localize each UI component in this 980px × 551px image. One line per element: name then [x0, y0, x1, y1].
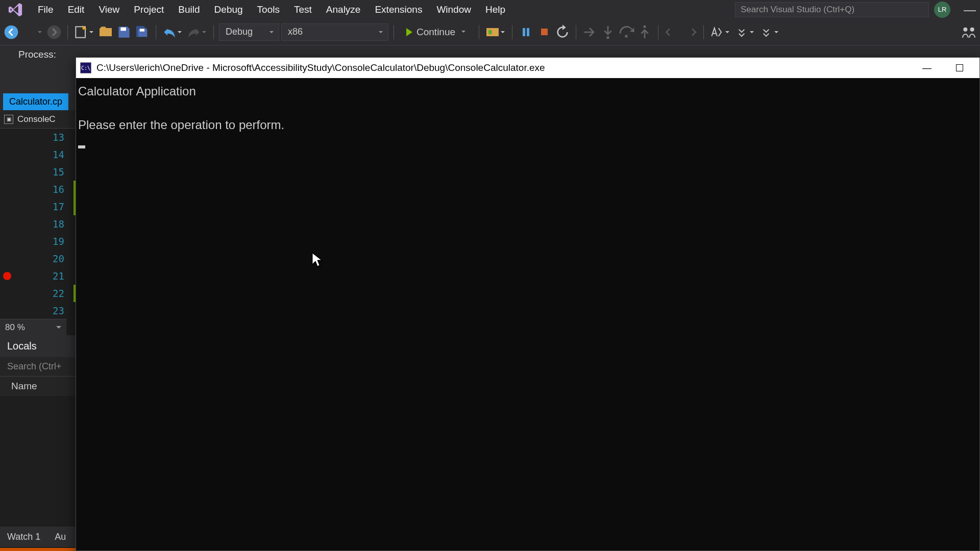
main-toolbar: Debug x86 Continue — [0, 19, 980, 45]
undo-button[interactable] — [161, 24, 178, 40]
menu-analyze[interactable]: Analyze — [319, 1, 368, 18]
context-project-name: ConsoleC — [17, 114, 56, 124]
toolbar-separator — [658, 25, 658, 39]
locals-title[interactable]: Locals — [0, 335, 77, 357]
console-line: Please enter the operation to perform. — [78, 118, 284, 132]
toolbar-separator — [156, 25, 156, 39]
stop-icon — [541, 29, 548, 35]
new-item-button[interactable] — [73, 24, 89, 40]
main-menu: File Edit View Project Build Debug Tools… — [31, 1, 512, 18]
live-share-button[interactable] — [961, 24, 977, 40]
step-out-button[interactable] — [636, 24, 653, 40]
menu-file[interactable]: File — [31, 1, 61, 18]
menu-build[interactable]: Build — [171, 1, 207, 18]
title-bar: File Edit View Project Build Debug Tools… — [0, 0, 980, 19]
gutter-line: 22 — [0, 285, 77, 302]
editor-tab-row: Calculator.cp — [0, 92, 77, 110]
open-file-button[interactable] — [97, 24, 114, 40]
toolbar-separator — [213, 25, 214, 39]
console-titlebar[interactable]: C:\ C:\Users\lerich\OneDrive - Microsoft… — [76, 58, 979, 78]
menu-test[interactable]: Test — [287, 1, 319, 18]
locals-search-input[interactable]: Search (Ctrl+ — [0, 357, 77, 376]
redo-arrow-icon[interactable] — [682, 24, 698, 40]
menu-edit[interactable]: Edit — [61, 1, 92, 18]
tab-autos[interactable]: Au — [47, 528, 73, 546]
locals-column-name[interactable]: Name — [0, 376, 77, 396]
toolbar-separator — [67, 25, 68, 39]
window-minimize-icon[interactable]: — — [960, 3, 980, 17]
nav-back-dropdown[interactable] — [21, 24, 38, 40]
solution-platform-dropdown[interactable]: x86 — [281, 23, 388, 41]
console-app-icon: C:\ — [80, 62, 91, 73]
save-button[interactable] — [116, 24, 132, 40]
svg-rect-3 — [120, 27, 126, 31]
zoom-dropdown[interactable]: 80 % — [0, 319, 66, 335]
nav-back-button[interactable] — [3, 24, 19, 40]
menu-help[interactable]: Help — [478, 1, 512, 18]
toolbar-overflow-1[interactable] — [733, 24, 750, 40]
stop-debugging-button[interactable] — [536, 24, 552, 40]
menu-project[interactable]: Project — [127, 1, 171, 18]
vs-logo-icon — [0, 2, 31, 17]
redo-button[interactable] — [186, 24, 202, 40]
step-into-button[interactable] — [600, 24, 616, 40]
console-cursor — [78, 145, 85, 148]
break-all-button[interactable] — [518, 24, 534, 40]
svg-point-11 — [970, 27, 974, 31]
menu-extensions[interactable]: Extensions — [368, 1, 429, 18]
svg-point-7 — [606, 36, 609, 39]
console-window: C:\ C:\Users\lerich\OneDrive - Microsoft… — [76, 57, 980, 551]
toolbar-separator — [394, 25, 394, 39]
intellicode-button[interactable] — [709, 24, 725, 40]
gutter-line: 13 — [0, 129, 77, 146]
editor-tab-calculator[interactable]: Calculator.cp — [3, 93, 68, 110]
svg-point-10 — [963, 27, 967, 31]
menu-view[interactable]: View — [91, 1, 127, 18]
editor-gutter: 13 14 15 16 17 18 19 20 21 22 23 — [0, 129, 77, 319]
save-all-button[interactable] — [134, 24, 151, 40]
gutter-line: 20 — [0, 250, 77, 267]
bottom-tab-strip: Watch 1 Au — [0, 527, 77, 547]
nav-forward-button[interactable] — [46, 24, 62, 40]
svg-rect-5 — [486, 28, 499, 36]
breakpoint-icon[interactable] — [3, 272, 11, 280]
console-line: Calculator Application — [78, 84, 196, 98]
undo-arrow-icon[interactable] — [664, 24, 680, 40]
console-minimize-button[interactable]: — — [918, 61, 936, 75]
locals-panel: Locals Search (Ctrl+ Name — [0, 335, 77, 396]
svg-point-9 — [643, 25, 646, 28]
search-input[interactable]: Search Visual Studio (Ctrl+Q) — [735, 2, 929, 17]
console-output[interactable]: Calculator Application Please enter the … — [76, 78, 979, 159]
step-over-button[interactable] — [618, 24, 634, 40]
toolbar-overflow-2[interactable] — [758, 24, 774, 40]
console-title-path: C:\Users\lerich\OneDrive - Microsoft\Acc… — [96, 62, 918, 73]
project-icon: ▣ — [4, 115, 13, 124]
continue-button[interactable]: Continue — [399, 23, 462, 41]
menu-debug[interactable]: Debug — [207, 1, 250, 18]
menu-tools[interactable]: Tools — [250, 1, 287, 18]
svg-point-1 — [47, 25, 61, 39]
gutter-line: 23 — [0, 302, 77, 319]
status-bar — [0, 548, 77, 551]
process-label: Process: — [18, 49, 56, 60]
gutter-line: 15 — [0, 163, 77, 181]
svg-rect-6 — [488, 30, 492, 34]
toolbar-separator — [512, 25, 512, 39]
show-next-statement-button[interactable] — [581, 24, 598, 40]
solution-config-dropdown[interactable]: Debug — [219, 23, 279, 41]
svg-point-0 — [5, 25, 18, 39]
user-avatar[interactable]: LR — [934, 2, 950, 18]
console-maximize-button[interactable] — [951, 61, 968, 75]
gutter-line: 19 — [0, 233, 77, 250]
toolbar-separator — [703, 25, 704, 39]
tab-watch1[interactable]: Watch 1 — [0, 528, 47, 546]
toolbar-separator — [479, 25, 479, 39]
restart-button[interactable] — [554, 24, 571, 40]
continue-label: Continue — [416, 27, 455, 38]
debug-target-dropdown[interactable] — [484, 24, 501, 40]
gutter-line: 14 — [0, 146, 77, 163]
gutter-line: 16 — [0, 181, 77, 198]
context-nav-bar[interactable]: ▣ ConsoleC — [0, 110, 77, 129]
toolbar-separator — [576, 25, 576, 39]
menu-window[interactable]: Window — [429, 1, 478, 18]
